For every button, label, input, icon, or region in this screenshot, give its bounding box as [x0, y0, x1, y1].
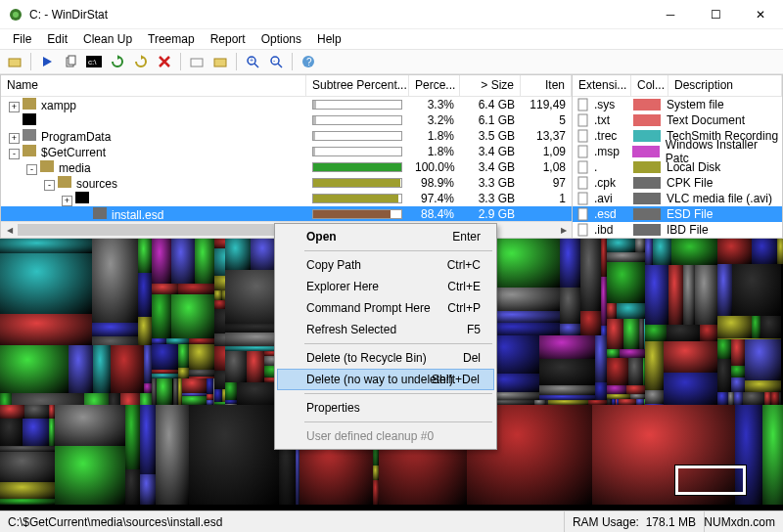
expand-button[interactable]: [186, 51, 207, 72]
status-path: C:\$GetCurrent\media\sources\install.esd: [0, 511, 565, 532]
ext-desc: Text Document: [667, 113, 745, 127]
ctx-refresh-selected[interactable]: Refresh SelectedF5: [277, 319, 494, 340]
ext-label: .txt: [594, 113, 627, 127]
item-label: xampp: [41, 99, 76, 112]
expand-toggle[interactable]: +: [9, 102, 20, 112]
svg-rect-4: [69, 56, 75, 65]
ext-label: .trec: [594, 129, 627, 143]
svg-line-13: [278, 64, 282, 67]
expand-toggle[interactable]: +: [9, 133, 20, 144]
open-drives-button[interactable]: [4, 51, 25, 72]
tree-rows[interactable]: +xampp3.3%6.4 GB119,493.2%6.1 GB5+Progra…: [1, 97, 572, 221]
tree-row[interactable]: +xampp3.3%6.4 GB119,49: [1, 97, 572, 112]
ext-row[interactable]: .cpkCPK File: [573, 175, 782, 191]
item-color-icon: [23, 145, 36, 156]
help-button[interactable]: ?: [298, 51, 319, 72]
item-label: $GetCurrent: [41, 146, 106, 159]
svg-text:+: +: [250, 57, 253, 64]
tree-row[interactable]: -$GetCurrent1.8%3.4 GB1,09: [1, 144, 572, 159]
menu-options[interactable]: Options: [254, 30, 308, 48]
ext-label: .avi: [594, 192, 627, 205]
ext-color-icon: [633, 224, 661, 236]
svg-text:?: ?: [306, 57, 312, 67]
tree-pane[interactable]: Name Subtree Percent... Perce... > Size …: [0, 74, 573, 239]
close-button[interactable]: ✕: [738, 0, 783, 29]
tree-row[interactable]: +ProgramData1.8%3.5 GB13,37: [1, 128, 572, 144]
scroll-left-icon[interactable]: ◀: [1, 222, 18, 238]
ext-desc: ESD File: [667, 207, 713, 221]
ext-row[interactable]: .esdESD File: [573, 206, 782, 222]
ext-row[interactable]: .aviVLC media file (.avi): [573, 191, 782, 206]
tree-row[interactable]: install.esd88.4%2.9 GB: [1, 206, 572, 221]
col-name[interactable]: Name: [1, 75, 306, 96]
svg-rect-23: [578, 193, 587, 204]
item-color-icon: [23, 113, 36, 125]
ext-row[interactable]: .txtText Document: [573, 112, 782, 128]
svg-rect-19: [578, 130, 587, 142]
svg-rect-7: [191, 59, 203, 66]
col-items[interactable]: Iten: [521, 75, 572, 96]
item-label: install.esd: [112, 208, 163, 222]
tree-row[interactable]: 3.2%6.1 GB5: [1, 112, 572, 128]
ext-row[interactable]: .ibdIBD File: [573, 222, 782, 238]
expand-toggle[interactable]: -: [26, 164, 37, 175]
ctx-open[interactable]: OpenEnter: [277, 226, 494, 247]
ctx-copy-path[interactable]: Copy PathCtrl+C: [277, 254, 494, 276]
svg-rect-22: [578, 177, 587, 189]
col-perc[interactable]: Perce...: [409, 75, 460, 96]
expand-toggle[interactable]: -: [9, 149, 20, 159]
scroll-right-icon[interactable]: ▶: [555, 222, 572, 238]
maximize-button[interactable]: ☐: [693, 0, 738, 29]
ctx-explorer-here[interactable]: Explorer HereCtrl+E: [277, 276, 494, 297]
zoom-in-button[interactable]: +: [242, 51, 263, 72]
copy-button[interactable]: [60, 51, 81, 72]
menu-edit[interactable]: Edit: [40, 30, 74, 48]
menu-help[interactable]: Help: [310, 30, 348, 48]
ext-row[interactable]: .sysSystem file: [573, 97, 782, 112]
tree-row[interactable]: -sources98.9%3.3 GB97: [1, 175, 572, 191]
extension-pane[interactable]: Extensi... Col... Description .sysSystem…: [573, 74, 783, 239]
ext-color-icon: [633, 99, 661, 111]
refresh-sel-button[interactable]: [130, 51, 152, 72]
tree-row[interactable]: -media100.0%3.4 GB1,08: [1, 159, 572, 175]
ext-desc: IBD File: [667, 223, 709, 237]
item-label: media: [59, 161, 91, 175]
expand-toggle[interactable]: -: [44, 180, 55, 191]
delete-button[interactable]: [154, 51, 175, 72]
svg-rect-18: [578, 114, 587, 126]
ext-label: .cpk: [594, 176, 627, 190]
ext-row[interactable]: .mspWindows Installer Patc: [573, 144, 782, 159]
zoom-out-button[interactable]: -: [265, 51, 287, 72]
svg-rect-17: [578, 99, 587, 111]
ext-label: .esd: [594, 207, 627, 221]
ext-label: .ibd: [594, 223, 627, 237]
ext-rows[interactable]: .sysSystem file.txtText Document.trecTec…: [573, 97, 782, 238]
filetype-icon: [576, 192, 590, 205]
expand-toggle[interactable]: +: [62, 196, 72, 206]
collapse-button[interactable]: [209, 51, 231, 72]
ext-col-color[interactable]: Col...: [631, 75, 668, 96]
minimize-button[interactable]: ─: [648, 0, 693, 29]
ext-col-ext[interactable]: Extensi...: [573, 75, 631, 96]
ext-color-icon: [633, 177, 661, 189]
ctx-command-prompt-here[interactable]: Command Prompt HereCtrl+P: [277, 297, 494, 319]
cmd-button[interactable]: c:\: [83, 51, 105, 72]
menu-report[interactable]: Report: [204, 30, 253, 48]
menu-treemap[interactable]: Treemap: [141, 30, 202, 48]
ctx-properties[interactable]: Properties: [277, 397, 494, 419]
refresh-all-button[interactable]: [107, 51, 128, 72]
tree-row[interactable]: +97.4%3.3 GB1: [1, 191, 572, 206]
run-button[interactable]: [36, 51, 58, 72]
ctx-delete-no-way-to-undelete-[interactable]: Delete (no way to undelete!)Shift+Del: [277, 369, 494, 390]
ext-col-desc[interactable]: Description: [668, 75, 782, 96]
ext-color-icon: [633, 114, 661, 126]
item-color-icon: [75, 192, 89, 203]
titlebar: C: - WinDirStat ─ ☐ ✕: [0, 0, 783, 29]
col-subtree[interactable]: Subtree Percent...: [306, 75, 409, 96]
ext-desc: Local Disk: [667, 160, 720, 174]
ctx-delete-to-recycle-bin-[interactable]: Delete (to Recycle Bin)Del: [277, 347, 494, 369]
col-size[interactable]: > Size: [460, 75, 521, 96]
menu-file[interactable]: File: [6, 30, 38, 48]
menu-cleanup[interactable]: Clean Up: [76, 30, 139, 48]
svg-rect-24: [578, 208, 587, 220]
